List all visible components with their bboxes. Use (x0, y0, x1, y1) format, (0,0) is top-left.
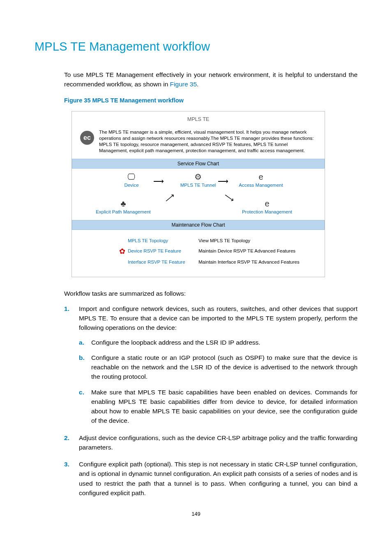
service-flowchart: 🖵 Device ⚙ MPLS TE Tunnel e Access Manag… (72, 169, 325, 220)
substep-item: Configure the loopback address and the L… (79, 338, 357, 347)
flow-node-access-label: Access Management (239, 183, 283, 188)
device-icon: 🖵 (97, 173, 166, 181)
maint-desc: Maintain Interface RSVP TE Advanced Feat… (198, 257, 325, 267)
intro-paragraph: To use MPLS TE Management effectively in… (64, 70, 357, 89)
maint-desc: Maintain Device RSVP TE Advanced Feature… (198, 246, 325, 256)
flow-node-device-label: Device (124, 183, 138, 188)
flow-node-tunnel-label: MPLS TE Tunnel (180, 183, 216, 188)
maint-row: MPLS TE Topology View MPLS TE Topology (72, 236, 325, 246)
intro-text-after: . (197, 81, 198, 88)
gear-icon: ✿ (119, 246, 125, 257)
maintenance-flow-bar: Maintenance Flow Chart (72, 220, 325, 230)
tunnel-icon: ⚙ (163, 173, 233, 181)
page-heading: MPLS TE Management workflow (35, 38, 357, 56)
flow-node-explicit: ♣ Explicit Path Management (88, 199, 158, 216)
maintenance-flowchart: MPLS TE Topology View MPLS TE Topology ✿… (72, 230, 325, 277)
workflow-steps-list: Import and configure network devices, su… (64, 304, 357, 498)
step-item: Import and configure network devices, su… (64, 304, 357, 426)
step-item: Configure explicit path (optional). This… (64, 459, 357, 498)
maint-label: MPLS TE Topology (127, 236, 198, 246)
substep-item: Make sure that MPLS TE basic capabilitie… (79, 387, 357, 426)
access-icon: e (226, 173, 296, 181)
flow-node-tunnel: ⚙ MPLS TE Tunnel (163, 173, 233, 189)
maint-label: Interface RSVP TE Feature (127, 257, 198, 267)
intro-text-before: To use MPLS TE Management effectively in… (64, 71, 357, 88)
protection-icon: e (232, 199, 302, 208)
substep-item: Configure a static route or an IGP proto… (79, 353, 357, 382)
maint-label: Device RSVP TE Feature (127, 246, 198, 256)
figure-35-panel: MPLS TE ec The MPLS TE manager is a simp… (71, 111, 325, 277)
step-item: Adjust device configurations, such as th… (64, 433, 357, 452)
maint-row: ✿ Device RSVP TE Feature Maintain Device… (72, 246, 325, 257)
ec-icon: ec (80, 131, 94, 145)
figure-35-link[interactable]: Figure 35 (170, 81, 197, 88)
after-figure-text: Workflow tasks are summarized as follows… (64, 289, 357, 298)
flow-node-protection: e Protection Management (232, 199, 302, 216)
figure-internal-title: MPLS TE (72, 111, 325, 127)
flow-node-device: 🖵 Device (97, 173, 166, 189)
step-text: Import and configure network devices, su… (79, 305, 357, 331)
flow-node-protection-label: Protection Management (242, 209, 292, 214)
figure-description: The MPLS TE manager is a simple, efficie… (99, 129, 316, 154)
flow-node-access: e Access Management (226, 173, 296, 189)
flow-node-explicit-label: Explicit Path Management (96, 209, 151, 214)
maint-row: Interface RSVP TE Feature Maintain Inter… (72, 257, 325, 267)
service-flow-bar: Service Flow Chart (72, 159, 325, 169)
page-number: 149 (35, 510, 357, 518)
arrow-icon: ⟶ (163, 192, 176, 204)
substeps-list: Configure the loopback address and the L… (79, 338, 357, 426)
maint-desc: View MPLS TE Topology (198, 236, 325, 246)
explicit-icon: ♣ (88, 199, 158, 208)
figure-caption: Figure 35 MPLS TE Management workflow (64, 96, 357, 105)
